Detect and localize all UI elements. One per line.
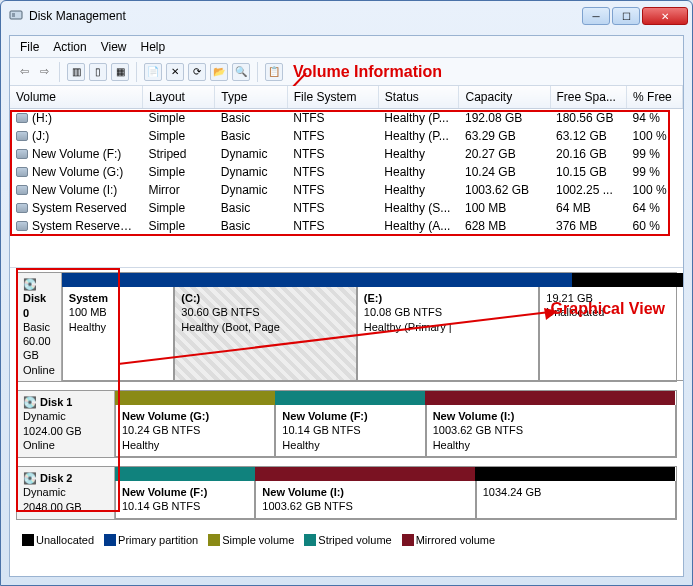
cell-type: Dynamic <box>215 145 287 163</box>
menu-bar: File Action View Help <box>10 36 683 58</box>
legend-swatch-mirrored <box>402 534 414 546</box>
cell-status: Healthy (S... <box>378 199 459 217</box>
bar-segment <box>62 273 182 287</box>
graphical-pane: Graphical View 💽 Disk 0Basic60.00 GBOnli… <box>10 268 683 576</box>
partition-title: New Volume (I:) <box>262 485 468 499</box>
partition[interactable]: New Volume (F:)10.14 GB NTFS <box>115 481 255 519</box>
disk-type: Basic <box>23 321 50 333</box>
table-row[interactable]: (H:)SimpleBasicNTFSHealthy (P...192.08 G… <box>10 109 683 128</box>
separator <box>59 62 60 82</box>
cell-volume: System Reserved (... <box>10 217 142 235</box>
cell-volume-text: New Volume (F:) <box>32 147 121 161</box>
table-row[interactable]: System ReservedSimpleBasicNTFSHealthy (S… <box>10 199 683 217</box>
partition-title: New Volume (F:) <box>282 409 418 423</box>
partition-size: 30.60 GB NTFS <box>181 305 350 319</box>
menu-action[interactable]: Action <box>53 40 86 54</box>
disk-info[interactable]: 💽 Disk 2Dynamic2048.00 GB <box>17 467 115 519</box>
minimize-button[interactable]: ─ <box>582 7 610 25</box>
bar-segment <box>475 467 675 481</box>
disk-icon <box>16 113 28 123</box>
partition-size: 10.14 GB NTFS <box>282 423 418 437</box>
col-status[interactable]: Status <box>378 86 459 109</box>
disk-bar <box>115 467 676 481</box>
disk-state: Online <box>23 439 55 451</box>
app-icon <box>9 8 23 25</box>
legend-swatch-unallocated <box>22 534 34 546</box>
col-volume[interactable]: Volume <box>10 86 142 109</box>
tool-panel-icon[interactable]: ▯ <box>89 63 107 81</box>
disk-info[interactable]: 💽 Disk 1Dynamic1024.00 GBOnline <box>17 391 115 457</box>
col-pfree[interactable]: % Free <box>627 86 683 109</box>
cell-free: 20.16 GB <box>550 145 627 163</box>
tool-help-icon[interactable]: 📋 <box>265 63 283 81</box>
cell-capacity: 20.27 GB <box>459 145 550 163</box>
disk-icon: 💽 <box>23 278 37 290</box>
back-button[interactable]: ⇦ <box>16 64 32 80</box>
tool-search-icon[interactable]: 🔍 <box>232 63 250 81</box>
volume-table-head: Volume Layout Type File System Status Ca… <box>10 86 683 109</box>
partition-size: 1003.62 GB NTFS <box>433 423 669 437</box>
cell-fs: NTFS <box>287 199 378 217</box>
disk-icon <box>16 149 28 159</box>
menu-view[interactable]: View <box>101 40 127 54</box>
partition[interactable]: New Volume (F:)10.14 GB NTFSHealthy <box>275 405 425 457</box>
maximize-button[interactable]: ☐ <box>612 7 640 25</box>
svg-rect-1 <box>12 13 15 17</box>
bar-segment <box>115 391 275 405</box>
col-capacity[interactable]: Capacity <box>459 86 550 109</box>
partition-status: Healthy (Boot, Page <box>181 320 350 334</box>
tool-actions-icon[interactable]: ▥ <box>67 63 85 81</box>
table-row[interactable]: New Volume (I:)MirrorDynamicNTFSHealthy1… <box>10 181 683 199</box>
cell-volume: (H:) <box>10 109 142 128</box>
table-row[interactable]: New Volume (F:)StripedDynamicNTFSHealthy… <box>10 145 683 163</box>
partition[interactable]: (C:)30.60 GB NTFSHealthy (Boot, Page <box>174 287 357 381</box>
partition[interactable]: New Volume (I:)1003.62 GB NTFSHealthy <box>426 405 676 457</box>
tool-folder-icon[interactable]: 📂 <box>210 63 228 81</box>
partition-title: New Volume (I:) <box>433 409 669 423</box>
partition[interactable]: New Volume (G:)10.24 GB NTFSHealthy <box>115 405 275 457</box>
col-fs[interactable]: File System <box>287 86 378 109</box>
partition[interactable]: System100 MBHealthy <box>62 287 175 381</box>
close-button[interactable]: ✕ <box>642 7 688 25</box>
cell-volume-text: New Volume (I:) <box>32 183 117 197</box>
disk-block: 💽 Disk 1Dynamic1024.00 GBOnlineNew Volum… <box>16 390 677 458</box>
table-row[interactable]: (J:)SimpleBasicNTFSHealthy (P...63.29 GB… <box>10 127 683 145</box>
tool-refresh-icon[interactable]: ⟳ <box>188 63 206 81</box>
cell-layout: Striped <box>142 145 214 163</box>
table-row[interactable]: System Reserved (...SimpleBasicNTFSHealt… <box>10 217 683 235</box>
forward-button[interactable]: ⇨ <box>36 64 52 80</box>
cell-status: Healthy <box>378 145 459 163</box>
partition[interactable]: New Volume (I:)1003.62 GB NTFS <box>255 481 475 519</box>
table-row[interactable]: New Volume (G:)SimpleDynamicNTFSHealthy1… <box>10 163 683 181</box>
partition-title: New Volume (G:) <box>122 409 268 423</box>
cell-type: Basic <box>215 217 287 235</box>
legend-swatch-striped <box>304 534 316 546</box>
col-layout[interactable]: Layout <box>142 86 214 109</box>
menu-file[interactable]: File <box>20 40 39 54</box>
cell-status: Healthy (P... <box>378 109 459 128</box>
legend-simple: Simple volume <box>222 534 294 546</box>
disk-size: 60.00 GB <box>23 335 51 361</box>
cell-free: 376 MB <box>550 217 627 235</box>
tool-properties-icon[interactable]: 📄 <box>144 63 162 81</box>
bar-segment <box>572 273 683 287</box>
menu-help[interactable]: Help <box>141 40 166 54</box>
partition-title: (C:) <box>181 291 350 305</box>
cell-pfree: 99 % <box>627 163 683 181</box>
cell-fs: NTFS <box>287 145 378 163</box>
disk-bar <box>62 273 683 287</box>
partition[interactable]: 1034.24 GB <box>476 481 676 519</box>
disk-info[interactable]: 💽 Disk 0Basic60.00 GBOnline <box>17 273 62 381</box>
title-bar[interactable]: Disk Management ─ ☐ ✕ <box>1 1 692 31</box>
col-free[interactable]: Free Spa... <box>550 86 627 109</box>
tool-delete-icon[interactable]: ✕ <box>166 63 184 81</box>
cell-volume: New Volume (G:) <box>10 163 142 181</box>
col-type[interactable]: Type <box>215 86 287 109</box>
partition-size: 10.14 GB NTFS <box>122 499 248 513</box>
partition-status: Healthy <box>282 438 418 452</box>
partition[interactable]: 19.21 GBUnallocated <box>539 287 683 381</box>
cell-free: 10.15 GB <box>550 163 627 181</box>
bar-segment <box>115 467 255 481</box>
partition[interactable]: (E:)10.08 GB NTFSHealthy (Primary | <box>357 287 540 381</box>
tool-layout-icon[interactable]: ▦ <box>111 63 129 81</box>
